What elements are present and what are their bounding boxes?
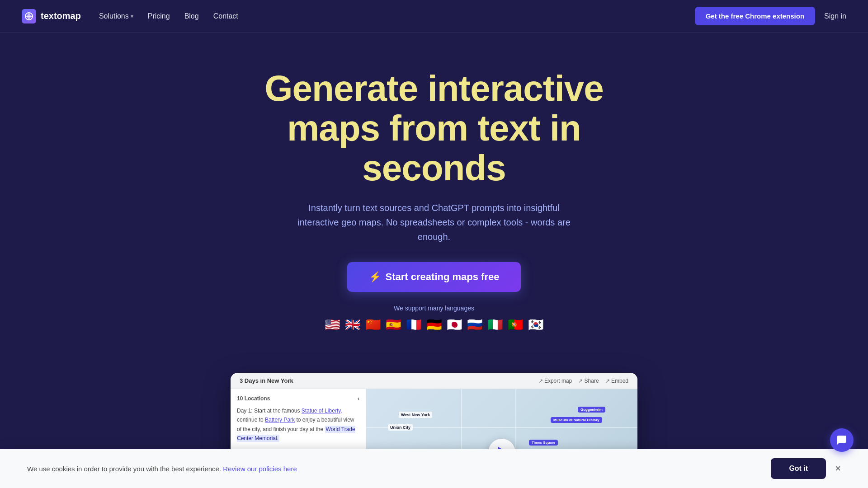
nav-contact[interactable]: Contact [213, 12, 238, 20]
flag: 🇩🇪 [426, 317, 442, 332]
flags-row: 🇺🇸🇬🇧🇨🇳🇪🇸🇫🇷🇩🇪🇯🇵🇷🇺🇮🇹🇵🇹🇰🇷 [325, 317, 544, 332]
cookie-banner: We use cookies in order to provide you w… [0, 449, 868, 488]
flag: 🇪🇸 [386, 317, 401, 332]
map-pin[interactable]: Guggenheim [578, 407, 605, 413]
navbar-right: Get the free Chrome extension Sign in [695, 7, 846, 25]
demo-actions: ↗ Export map↗ Share↗ Embed [538, 378, 628, 384]
map-label: Union City [388, 424, 413, 431]
flag: 🇵🇹 [508, 317, 524, 332]
navbar-left: textomap Solutions ▾ Pricing Blog Contac… [22, 9, 238, 23]
flag: 🇰🇷 [528, 317, 544, 332]
logo[interactable]: textomap [22, 9, 81, 23]
cookie-right: Got it × [771, 458, 841, 479]
languages-label: We support many languages [394, 305, 474, 312]
flag: 🇬🇧 [345, 317, 361, 332]
cookie-policy-link[interactable]: Review our policies here [223, 465, 297, 473]
map-pin[interactable]: Museum of Natural History [551, 417, 602, 423]
hero-section: Generate interactive maps from text in s… [0, 33, 868, 373]
flag: 🇨🇳 [365, 317, 381, 332]
flag: 🇮🇹 [487, 317, 503, 332]
flag: 🇺🇸 [325, 317, 340, 332]
demo-title: 3 Days in New York [240, 377, 293, 384]
nav-links: Solutions ▾ Pricing Blog Contact [99, 12, 238, 20]
cta-label: Start creating maps free [386, 271, 500, 283]
logo-icon [22, 9, 36, 23]
hero-subtitle: Instantly turn text sources and ChatGPT … [294, 201, 574, 244]
chevron-down-icon: ▾ [131, 13, 133, 19]
hero-title: Generate interactive maps from text in s… [231, 69, 637, 188]
cookie-text: We use cookies in order to provide you w… [27, 465, 297, 473]
demo-action-embed[interactable]: ↗ Embed [605, 378, 628, 384]
cta-button[interactable]: ⚡ Start creating maps free [347, 262, 521, 292]
signin-button[interactable]: Sign in [824, 12, 846, 20]
close-cookie-button[interactable]: × [835, 464, 841, 474]
chat-button[interactable] [830, 428, 854, 452]
flag: 🇯🇵 [447, 317, 462, 332]
demo-toolbar: 3 Days in New York ↗ Export map↗ Share↗ … [231, 373, 637, 389]
lightning-icon: ⚡ [369, 271, 381, 283]
demo-locations-header: 10 Locations ‹ [237, 395, 359, 402]
navbar: textomap Solutions ▾ Pricing Blog Contac… [0, 0, 868, 33]
link-statue-liberty[interactable]: Statue of Liberty, [302, 408, 342, 414]
demo-action-share[interactable]: ↗ Share [578, 378, 599, 384]
logo-text: textomap [41, 11, 81, 21]
got-it-button[interactable]: Got it [771, 458, 826, 479]
chat-icon [836, 435, 847, 446]
flag: 🇫🇷 [406, 317, 422, 332]
map-pin[interactable]: Times Square [529, 440, 558, 446]
chrome-extension-button[interactable]: Get the free Chrome extension [695, 7, 815, 25]
flag: 🇷🇺 [467, 317, 483, 332]
map-label: West New York [399, 412, 432, 418]
nav-pricing[interactable]: Pricing [148, 12, 170, 20]
demo-action-export-map[interactable]: ↗ Export map [538, 378, 572, 384]
nav-blog[interactable]: Blog [184, 12, 199, 20]
collapse-icon[interactable]: ‹ [358, 395, 359, 402]
nav-solutions[interactable]: Solutions ▾ [99, 12, 133, 20]
link-battery-park[interactable]: Battery Park [265, 417, 295, 423]
